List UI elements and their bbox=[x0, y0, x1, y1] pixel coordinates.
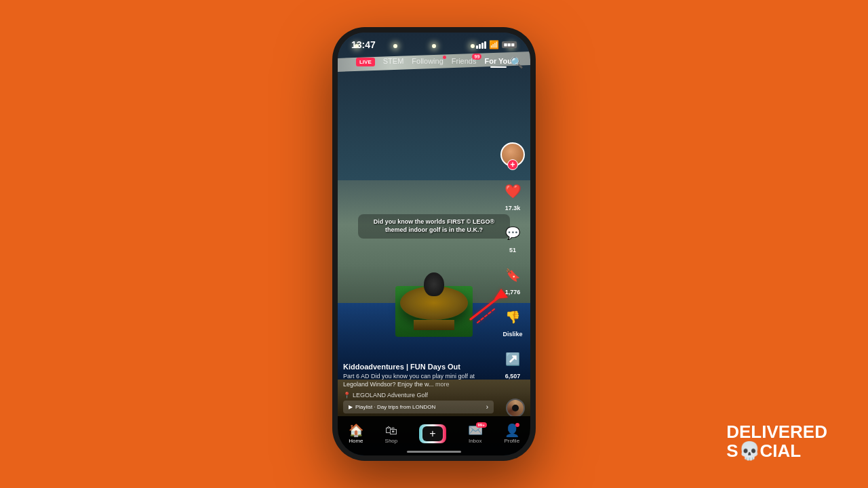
video-description: Part 6 AD Did you know you can play mini… bbox=[343, 373, 494, 388]
tab-stem[interactable]: STEM bbox=[383, 57, 404, 65]
friends-badge: 99 bbox=[472, 54, 481, 60]
status-icons: 📶 ■■■ bbox=[476, 40, 517, 49]
search-button[interactable]: 🔍 bbox=[510, 56, 524, 69]
playlist-icon: ▶ bbox=[349, 404, 353, 410]
more-link[interactable]: more bbox=[435, 381, 450, 388]
bottom-info: Kiddoadventures | FUN Days Out Part 6 AD… bbox=[343, 363, 494, 413]
wifi-icon: 📶 bbox=[489, 40, 499, 49]
creator-avatar[interactable]: + bbox=[500, 142, 525, 167]
playlist-bar[interactable]: ▶ Playlist · Day trips from LONDON › bbox=[343, 401, 494, 413]
signal-bars bbox=[476, 41, 486, 49]
following-dot bbox=[443, 56, 446, 59]
follow-plus[interactable]: + bbox=[507, 159, 518, 170]
nav-create[interactable]: + bbox=[419, 424, 446, 443]
phone-frame: 13:47 📶 ■■■ LIVE STEM Following bbox=[332, 27, 536, 461]
home-icon: 🏠 bbox=[349, 424, 363, 436]
share-button[interactable]: ↗️ 6,507 bbox=[500, 347, 525, 380]
music-disc[interactable] bbox=[506, 399, 525, 418]
comment-count: 51 bbox=[509, 247, 516, 253]
time: 13:47 bbox=[351, 39, 376, 50]
bottom-nav: 🏠 Home 🛍 Shop + ✉️ 99+ Inbox 👤 Profile bbox=[338, 416, 530, 455]
social-line: S💀CIAL bbox=[726, 441, 827, 461]
battery-icon: ■■■ bbox=[502, 41, 517, 48]
tab-for-you[interactable]: For You bbox=[484, 57, 512, 65]
dislike-button[interactable]: 👎 Dislike bbox=[500, 305, 525, 338]
profile-notification bbox=[515, 423, 519, 427]
plus-icon: + bbox=[422, 426, 443, 441]
creator-name[interactable]: Kiddoadventures | FUN Days Out bbox=[343, 363, 494, 371]
tab-following[interactable]: Following bbox=[412, 57, 443, 65]
create-button[interactable]: + bbox=[419, 424, 446, 443]
like-button[interactable]: ❤️ 17.3k bbox=[500, 179, 525, 211]
bookmark-button[interactable]: 🔖 1,776 bbox=[500, 263, 525, 296]
nav-tabs: LIVE STEM Following Friends 99 For You bbox=[338, 54, 530, 68]
phone-screen: 13:47 📶 ■■■ LIVE STEM Following bbox=[338, 33, 530, 455]
nav-inbox[interactable]: ✉️ 99+ Inbox bbox=[468, 424, 483, 444]
nav-profile[interactable]: 👤 Profile bbox=[504, 424, 519, 444]
status-bar: 13:47 📶 ■■■ bbox=[338, 33, 530, 53]
tab-live[interactable]: LIVE bbox=[356, 57, 375, 65]
tab-friends[interactable]: Friends 99 bbox=[452, 57, 477, 65]
nav-home[interactable]: 🏠 Home bbox=[349, 424, 363, 444]
skull-icon: 💀 bbox=[738, 441, 760, 461]
bookmark-count: 1,776 bbox=[505, 289, 521, 296]
playlist-text: Playlist · Day trips from LONDON bbox=[355, 404, 435, 410]
dislike-label: Dislike bbox=[502, 331, 522, 338]
delivered-line: DELIVERED bbox=[726, 422, 827, 442]
inbox-badge: 99+ bbox=[476, 422, 487, 428]
comment-button[interactable]: 💬 51 bbox=[500, 221, 525, 253]
playlist-chevron: › bbox=[486, 403, 488, 411]
shop-icon: 🛍 bbox=[385, 424, 397, 436]
like-count: 17.3k bbox=[505, 205, 521, 211]
location-tag[interactable]: 📍 LEGOLAND Adventure Golf bbox=[343, 392, 494, 399]
delivered-social-branding: DELIVERED S💀CIAL bbox=[726, 422, 827, 461]
share-count: 6,507 bbox=[505, 373, 521, 380]
home-indicator bbox=[407, 451, 461, 453]
location-pin-icon: 📍 bbox=[343, 392, 351, 399]
side-actions: + ❤️ 17.3k 💬 51 🔖 1,776 👎 Dislike bbox=[500, 142, 525, 380]
nav-shop[interactable]: 🛍 Shop bbox=[385, 424, 398, 444]
